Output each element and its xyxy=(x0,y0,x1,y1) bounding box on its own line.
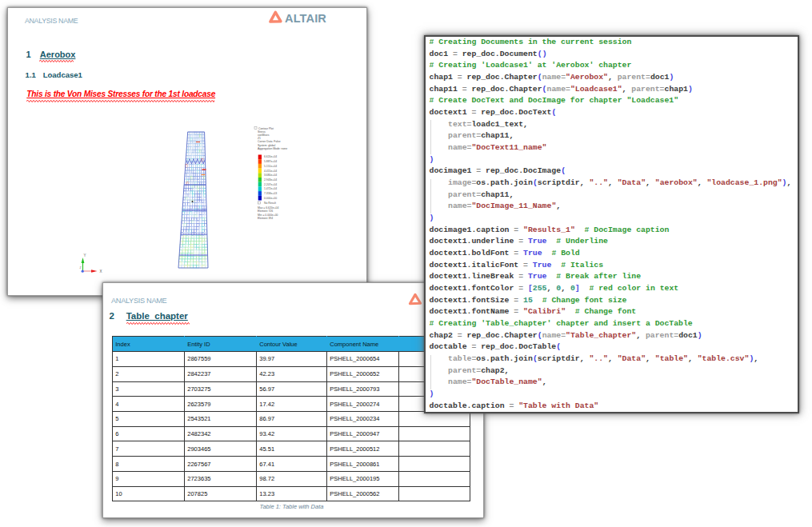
svg-text:5.151e+04: 5.151e+04 xyxy=(264,165,277,168)
svg-text:4.415e+04: 4.415e+04 xyxy=(264,170,277,173)
svg-text:Max = 6.620e+04: Max = 6.620e+04 xyxy=(258,206,279,210)
svg-text:Z: Z xyxy=(80,266,82,269)
svg-text:2.943e+04: 2.943e+04 xyxy=(264,178,277,182)
svg-text:2.207e+04: 2.207e+04 xyxy=(264,183,277,186)
svg-text:Element 394: Element 394 xyxy=(258,217,273,220)
svg-text:Element 726: Element 726 xyxy=(258,210,273,213)
svg-text:Y: Y xyxy=(84,254,86,258)
svg-text:5.887e+04: 5.887e+04 xyxy=(264,160,277,163)
svg-text:3.680e+04: 3.680e+04 xyxy=(264,174,277,177)
svg-text:1.472e+04: 1.472e+04 xyxy=(264,187,277,190)
svg-text:No Result: No Result xyxy=(264,202,276,205)
svg-text:Aggregation Mode: none: Aggregation Mode: none xyxy=(258,147,287,150)
svg-text:Min = 0.000e+00: Min = 0.000e+00 xyxy=(258,214,278,217)
svg-text:X: X xyxy=(100,269,102,273)
svg-text:6.620e+04: 6.620e+04 xyxy=(264,155,277,158)
svg-text:7.358e+03: 7.358e+03 xyxy=(264,192,277,195)
svg-text:ALTAIR: ALTAIR xyxy=(285,12,326,25)
svg-text:0.000e+00: 0.000e+00 xyxy=(264,197,277,200)
